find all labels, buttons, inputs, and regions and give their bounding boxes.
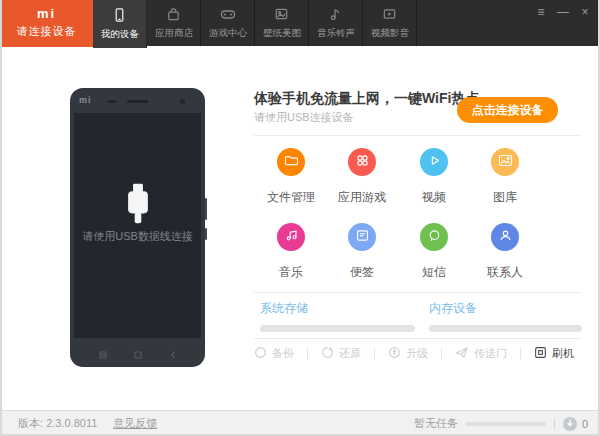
status-bar: 版本: 2.3.0.8011 意见反馈 暂无任务 0: [0, 410, 600, 436]
app-label: 便签: [326, 264, 398, 281]
tab-label: 我的设备: [101, 27, 139, 40]
phone-illustration: mi 请使用USB数据线连接: [70, 88, 205, 367]
system-storage: 系统存储: [260, 300, 415, 332]
shopping-bag-icon: [166, 6, 181, 22]
chat-icon: [426, 227, 443, 248]
phone-nav-bar: [70, 345, 205, 359]
backup-icon: [254, 346, 267, 361]
menu-icon[interactable]: ≡: [534, 5, 548, 19]
folder-icon: [283, 152, 300, 173]
download-icon[interactable]: [563, 417, 577, 431]
divider: [254, 292, 582, 293]
tab-label: 视频影音: [371, 26, 409, 39]
gallery-icon: [497, 152, 514, 173]
tab-app-store[interactable]: 应用商店: [147, 0, 201, 46]
tool-separator: [441, 348, 442, 359]
phone-power-button: [205, 228, 207, 240]
download-count: 0: [582, 418, 588, 430]
android-menu-icon: [99, 345, 107, 359]
apps-icon: [354, 152, 371, 173]
restore-icon: [321, 346, 334, 361]
window-controls: ≡ — ×: [534, 5, 592, 19]
brand-block: mi 请连接设备: [0, 0, 93, 47]
tab-wallpapers[interactable]: 壁纸美图: [255, 0, 309, 46]
portal-button[interactable]: 传送门: [455, 346, 507, 361]
tab-label: 应用商店: [155, 26, 193, 39]
note-icon: [354, 227, 371, 248]
memory-device-label[interactable]: 内存设备: [429, 300, 582, 317]
page-subtitle: 请使用USB连接设备: [254, 110, 354, 125]
app-apps-games[interactable]: 应用游戏: [326, 148, 398, 206]
task-status: 暂无任务: [414, 416, 458, 431]
divider: [254, 135, 582, 136]
wallpaper-icon: [274, 6, 289, 22]
video-icon: [382, 6, 397, 22]
tab-label: 音乐铃声: [317, 26, 355, 39]
feedback-link[interactable]: 意见反馈: [113, 416, 157, 431]
tool-separator: [374, 348, 375, 359]
tab-video[interactable]: 视频影音: [363, 0, 417, 46]
upgrade-button[interactable]: 升级: [388, 346, 428, 361]
memory-device-bar: [429, 325, 582, 332]
app-contacts[interactable]: 联系人: [469, 223, 541, 281]
play-icon: [426, 152, 443, 173]
main-tabs: 我的设备 应用商店 游戏中心 壁纸美图: [93, 0, 417, 46]
person-icon: [497, 227, 514, 248]
tool-separator: [307, 348, 308, 359]
header: mi 请连接设备 我的设备 应用商店 游戏中心: [0, 0, 600, 46]
tab-music[interactable]: 音乐铃声: [309, 0, 363, 46]
app-notes[interactable]: 便签: [326, 223, 398, 281]
app-music[interactable]: 音乐: [255, 223, 327, 281]
upgrade-icon: [388, 346, 401, 361]
phone-icon: [112, 7, 127, 23]
tab-label: 游戏中心: [209, 26, 247, 39]
tab-label: 壁纸美图: [263, 26, 301, 39]
app-file-manager[interactable]: 文件管理: [255, 148, 327, 206]
phone-sensor: [108, 100, 116, 103]
system-storage-label[interactable]: 系统存储: [260, 300, 415, 317]
restore-button[interactable]: 还原: [321, 346, 361, 361]
music-icon: [283, 227, 300, 248]
flash-rom-button[interactable]: 刷机: [534, 346, 574, 361]
app-label: 视频: [398, 189, 470, 206]
flash-rom-icon: [534, 346, 547, 361]
phone-volume-button: [205, 198, 207, 220]
app-sms[interactable]: 短信: [398, 223, 470, 281]
memory-device: 内存设备: [429, 300, 582, 332]
minimize-icon[interactable]: —: [556, 5, 570, 19]
app-label: 图库: [469, 189, 541, 206]
statusbar-separator: [554, 418, 555, 430]
connection-status: 请连接设备: [0, 24, 93, 39]
app-label: 短信: [398, 264, 470, 281]
android-home-icon: [134, 345, 142, 359]
version-label: 版本: 2.3.0.8011: [18, 416, 97, 431]
connect-device-button[interactable]: 点击连接设备: [457, 97, 558, 123]
gamepad-icon: [220, 6, 236, 22]
mi-logo: mi: [0, 6, 93, 21]
backup-button[interactable]: 备份: [254, 346, 294, 361]
android-back-icon: [169, 345, 177, 359]
phone-screen: 请使用USB数据线连接: [74, 113, 201, 338]
app-label: 音乐: [255, 264, 327, 281]
divider: [254, 338, 582, 339]
system-storage-bar: [260, 325, 415, 332]
phone-speaker: [127, 100, 148, 103]
usb-connect-message: 请使用USB数据线连接: [74, 229, 201, 244]
music-note-icon: [328, 6, 343, 22]
app-label: 应用游戏: [326, 189, 398, 206]
tool-separator: [520, 348, 521, 359]
tab-my-device[interactable]: 我的设备: [93, 0, 147, 48]
phone-mi-logo: mi: [79, 95, 92, 105]
tab-game-center[interactable]: 游戏中心: [201, 0, 255, 46]
app-label: 文件管理: [255, 189, 327, 206]
phone-camera: [180, 99, 185, 104]
tools-bar: 备份 还原 升级 传送门 刷机: [254, 345, 574, 361]
portal-icon: [455, 346, 469, 361]
usb-cable-icon: [124, 183, 152, 233]
task-progress-bar: [466, 422, 546, 426]
app-label: 联系人: [469, 264, 541, 281]
page-title: 体验手机免流量上网，一键WiFi热点: [254, 90, 479, 108]
close-icon[interactable]: ×: [578, 5, 592, 19]
app-video[interactable]: 视频: [398, 148, 470, 206]
app-gallery[interactable]: 图库: [469, 148, 541, 206]
